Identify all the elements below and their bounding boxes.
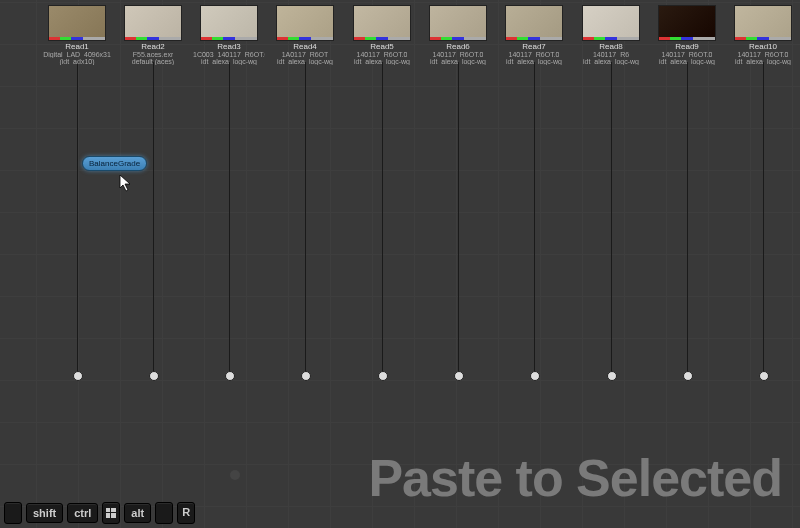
read-node-thumbnail xyxy=(505,5,563,41)
read-node-colorspace: default (aces) xyxy=(132,58,174,65)
node-connection-wire xyxy=(229,62,230,375)
read-node-thumbnail xyxy=(48,5,106,41)
read-node-label: Read8 xyxy=(599,42,623,51)
read-node[interactable]: Read1Digital_LAD_4096x31(idt_adx10) xyxy=(48,5,106,65)
node-connection-wire xyxy=(382,62,383,375)
shift-key-indicator: shift xyxy=(26,503,63,523)
read-node-colorspace: (idt_adx10) xyxy=(59,58,94,65)
r-key-indicator: R xyxy=(177,502,195,524)
read-node-thumbnail xyxy=(200,5,258,41)
read-node-label: Read9 xyxy=(675,42,699,51)
balance-grade-node[interactable]: BalanceGrade xyxy=(82,156,147,171)
node-connection-wire xyxy=(687,62,688,375)
read-node-label: Read1 xyxy=(65,42,89,51)
svg-rect-0 xyxy=(106,508,110,512)
read-node-thumbnail xyxy=(276,5,334,41)
read-node-thumbnail xyxy=(734,5,792,41)
read-node-filename: 140117_R6OT.0 xyxy=(738,51,789,58)
ctrl-key-indicator: ctrl xyxy=(67,503,98,523)
node-connection-wire xyxy=(611,62,612,375)
read-node[interactable]: Read9140117_R6OT.0idt_alexa_logc-wg xyxy=(658,5,716,65)
read-node-colorspace: idt_alexa_logc-wg xyxy=(735,58,791,65)
watermark-bullet-icon xyxy=(230,470,240,480)
node-connection-wire xyxy=(305,62,306,375)
read-node-filename: 140117_R6OT.0 xyxy=(509,51,560,58)
node-connection-wire xyxy=(458,62,459,375)
read-node-colorspace: idt_alexa_logc-wg xyxy=(659,58,715,65)
read-node-filename: 1A0117_R6OT xyxy=(282,51,329,58)
read-node-colorspace: idt_alexa_logc-wg xyxy=(354,58,410,65)
read-node-label: Read7 xyxy=(522,42,546,51)
watermark-text: Paste to Selected xyxy=(368,448,782,508)
modifier-key-bar: shift ctrl alt R xyxy=(4,502,195,524)
windows-key-indicator xyxy=(102,502,120,524)
read-node[interactable]: Read41A0117_R6OTidt_alexa_logc-wg xyxy=(276,5,334,65)
read-node-label: Read4 xyxy=(293,42,317,51)
alt-key-indicator: alt xyxy=(124,503,151,523)
read-node-thumbnail xyxy=(658,5,716,41)
read-node-colorspace: idt_alexa_logc-wg xyxy=(506,58,562,65)
read-node-colorspace: idt_alexa_logc-wg xyxy=(277,58,333,65)
read-node-filename: 140117_R6 xyxy=(593,51,629,58)
read-node-label: Read2 xyxy=(141,42,165,51)
node-connection-wire xyxy=(153,62,154,375)
read-node-label: Read5 xyxy=(370,42,394,51)
read-node-filename: 140117_R6OT.0 xyxy=(357,51,408,58)
node-connection-wire xyxy=(77,62,78,375)
read-node-label: Read10 xyxy=(749,42,777,51)
read-node[interactable]: Read6140117_R6OT.0idt_alexa_logc-wg xyxy=(429,5,487,65)
read-node-filename: F55.aces.exr xyxy=(133,51,173,58)
blank-key-indicator-2 xyxy=(155,502,173,524)
read-node-label: Read3 xyxy=(217,42,241,51)
read-node[interactable]: Read5140117_R6OT.0idt_alexa_logc-wg xyxy=(353,5,411,65)
svg-rect-2 xyxy=(106,513,110,518)
cursor-icon xyxy=(119,174,133,192)
balance-grade-label: BalanceGrade xyxy=(89,159,140,168)
node-graph-canvas[interactable]: Read1Digital_LAD_4096x31(idt_adx10)Read2… xyxy=(0,0,800,528)
read-node-colorspace: idt_alexa_logc-wg xyxy=(201,58,257,65)
read-node-thumbnail xyxy=(429,5,487,41)
read-node[interactable]: Read31C003_140117_R6OT.0idt_alexa_logc-w… xyxy=(200,5,258,65)
blank-key-indicator xyxy=(4,502,22,524)
node-connection-wire xyxy=(763,62,764,375)
read-node[interactable]: Read7140117_R6OT.0idt_alexa_logc-wg xyxy=(505,5,563,65)
read-node-filename: 1C003_140117_R6OT.0 xyxy=(193,51,265,58)
read-node-filename: 140117_R6OT.0 xyxy=(433,51,484,58)
read-node-filename: Digital_LAD_4096x31 xyxy=(43,51,111,58)
read-node-filename: 140117_R6OT.0 xyxy=(662,51,713,58)
node-connection-wire xyxy=(534,62,535,375)
read-node-colorspace: idt_alexa_logc-wg xyxy=(583,58,639,65)
read-node-colorspace: idt_alexa_logc-wg xyxy=(430,58,486,65)
read-node-thumbnail xyxy=(124,5,182,41)
read-node[interactable]: Read8140117_R6idt_alexa_logc-wg xyxy=(582,5,640,65)
read-node-thumbnail xyxy=(353,5,411,41)
read-node-thumbnail xyxy=(582,5,640,41)
svg-rect-1 xyxy=(111,508,116,512)
read-node[interactable]: Read2F55.aces.exrdefault (aces) xyxy=(124,5,182,65)
svg-rect-3 xyxy=(111,513,116,518)
read-node[interactable]: Read10140117_R6OT.0idt_alexa_logc-wg xyxy=(734,5,792,65)
read-node-label: Read6 xyxy=(446,42,470,51)
